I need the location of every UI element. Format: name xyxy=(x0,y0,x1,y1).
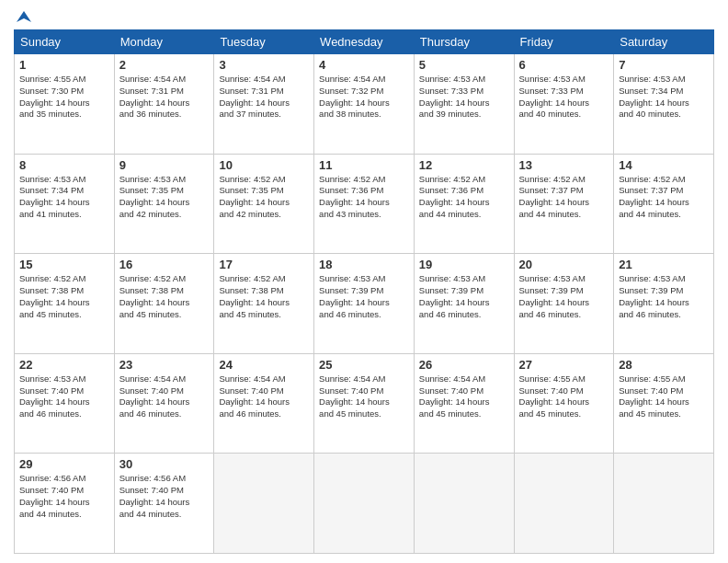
day-info: Sunrise: 4:55 AM Sunset: 7:40 PM Dayligh… xyxy=(519,373,609,420)
day-number: 15 xyxy=(19,258,109,271)
day-number: 12 xyxy=(419,158,509,172)
day-info: Sunrise: 4:55 AM Sunset: 7:40 PM Dayligh… xyxy=(619,373,709,420)
day-number: 1 xyxy=(19,58,109,72)
day-info: Sunrise: 4:53 AM Sunset: 7:39 PM Dayligh… xyxy=(519,273,609,320)
day-number: 27 xyxy=(519,358,609,372)
calendar-week-row: 22Sunrise: 4:53 AM Sunset: 7:40 PM Dayli… xyxy=(15,353,714,454)
table-row: 26Sunrise: 4:54 AM Sunset: 7:40 PM Dayli… xyxy=(414,353,514,454)
table-row: 21Sunrise: 4:53 AM Sunset: 7:39 PM Dayli… xyxy=(614,254,714,354)
day-info: Sunrise: 4:53 AM Sunset: 7:39 PM Dayligh… xyxy=(619,273,709,320)
table-row: 6Sunrise: 4:53 AM Sunset: 7:33 PM Daylig… xyxy=(514,54,614,155)
day-number: 11 xyxy=(319,158,409,172)
day-info: Sunrise: 4:52 AM Sunset: 7:36 PM Dayligh… xyxy=(419,174,509,221)
table-row: 9Sunrise: 4:53 AM Sunset: 7:35 PM Daylig… xyxy=(114,154,214,254)
day-number: 17 xyxy=(219,258,309,271)
day-number: 23 xyxy=(119,358,210,372)
table-row xyxy=(314,454,415,554)
day-info: Sunrise: 4:53 AM Sunset: 7:34 PM Dayligh… xyxy=(19,174,109,221)
calendar-week-row: 29Sunrise: 4:56 AM Sunset: 7:40 PM Dayli… xyxy=(15,454,714,554)
dow-header: Sunday xyxy=(15,30,115,54)
header xyxy=(14,9,714,22)
day-info: Sunrise: 4:53 AM Sunset: 7:34 PM Dayligh… xyxy=(619,74,709,121)
calendar-week-row: 8Sunrise: 4:53 AM Sunset: 7:34 PM Daylig… xyxy=(15,154,714,254)
calendar-week-row: 1Sunrise: 4:55 AM Sunset: 7:30 PM Daylig… xyxy=(15,54,714,155)
calendar: SundayMondayTuesdayWednesdayThursdayFrid… xyxy=(14,29,714,554)
table-row: 25Sunrise: 4:54 AM Sunset: 7:40 PM Dayli… xyxy=(314,353,415,454)
dow-header: Wednesday xyxy=(314,30,415,54)
day-number: 20 xyxy=(519,258,609,271)
day-info: Sunrise: 4:54 AM Sunset: 7:31 PM Dayligh… xyxy=(219,74,309,121)
table-row: 23Sunrise: 4:54 AM Sunset: 7:40 PM Dayli… xyxy=(114,353,214,454)
dow-header: Friday xyxy=(514,30,614,54)
day-info: Sunrise: 4:54 AM Sunset: 7:40 PM Dayligh… xyxy=(419,373,509,420)
day-info: Sunrise: 4:54 AM Sunset: 7:31 PM Dayligh… xyxy=(119,74,210,121)
day-number: 6 xyxy=(519,58,609,72)
logo xyxy=(14,9,32,22)
table-row xyxy=(414,454,514,554)
table-row xyxy=(614,454,714,554)
table-row: 20Sunrise: 4:53 AM Sunset: 7:39 PM Dayli… xyxy=(514,254,614,354)
table-row xyxy=(514,454,614,554)
table-row: 27Sunrise: 4:55 AM Sunset: 7:40 PM Dayli… xyxy=(514,353,614,454)
table-row: 15Sunrise: 4:52 AM Sunset: 7:38 PM Dayli… xyxy=(15,254,115,354)
table-row: 17Sunrise: 4:52 AM Sunset: 7:38 PM Dayli… xyxy=(214,254,314,354)
table-row: 16Sunrise: 4:52 AM Sunset: 7:38 PM Dayli… xyxy=(114,254,214,354)
day-number: 16 xyxy=(119,258,210,271)
day-info: Sunrise: 4:52 AM Sunset: 7:37 PM Dayligh… xyxy=(619,174,709,221)
day-info: Sunrise: 4:52 AM Sunset: 7:38 PM Dayligh… xyxy=(19,273,109,320)
day-info: Sunrise: 4:54 AM Sunset: 7:40 PM Dayligh… xyxy=(319,373,409,420)
day-number: 18 xyxy=(319,258,409,271)
table-row: 11Sunrise: 4:52 AM Sunset: 7:36 PM Dayli… xyxy=(314,154,415,254)
calendar-week-row: 15Sunrise: 4:52 AM Sunset: 7:38 PM Dayli… xyxy=(15,254,714,354)
day-number: 9 xyxy=(119,158,210,172)
table-row: 4Sunrise: 4:54 AM Sunset: 7:32 PM Daylig… xyxy=(314,54,415,155)
logo-icon xyxy=(15,9,31,26)
day-number: 2 xyxy=(119,58,210,72)
table-row: 3Sunrise: 4:54 AM Sunset: 7:31 PM Daylig… xyxy=(214,54,314,155)
day-info: Sunrise: 4:54 AM Sunset: 7:40 PM Dayligh… xyxy=(119,373,210,420)
day-number: 14 xyxy=(619,158,709,172)
day-info: Sunrise: 4:53 AM Sunset: 7:35 PM Dayligh… xyxy=(119,174,210,221)
day-info: Sunrise: 4:54 AM Sunset: 7:40 PM Dayligh… xyxy=(219,373,309,420)
day-number: 28 xyxy=(619,358,709,372)
dow-header: Tuesday xyxy=(214,30,314,54)
table-row: 28Sunrise: 4:55 AM Sunset: 7:40 PM Dayli… xyxy=(614,353,714,454)
day-number: 8 xyxy=(19,158,109,172)
table-row: 14Sunrise: 4:52 AM Sunset: 7:37 PM Dayli… xyxy=(614,154,714,254)
day-number: 7 xyxy=(619,58,709,72)
day-info: Sunrise: 4:52 AM Sunset: 7:37 PM Dayligh… xyxy=(519,174,609,221)
day-number: 22 xyxy=(19,358,109,372)
day-number: 3 xyxy=(219,58,309,72)
table-row xyxy=(214,454,314,554)
dow-header: Saturday xyxy=(614,30,714,54)
table-row: 22Sunrise: 4:53 AM Sunset: 7:40 PM Dayli… xyxy=(15,353,115,454)
day-info: Sunrise: 4:54 AM Sunset: 7:32 PM Dayligh… xyxy=(319,74,409,121)
table-row: 1Sunrise: 4:55 AM Sunset: 7:30 PM Daylig… xyxy=(15,54,115,155)
table-row: 18Sunrise: 4:53 AM Sunset: 7:39 PM Dayli… xyxy=(314,254,415,354)
day-number: 13 xyxy=(519,158,609,172)
dow-header: Monday xyxy=(114,30,214,54)
day-info: Sunrise: 4:52 AM Sunset: 7:36 PM Dayligh… xyxy=(319,174,409,221)
day-number: 10 xyxy=(219,158,309,172)
day-number: 5 xyxy=(419,58,509,72)
table-row: 2Sunrise: 4:54 AM Sunset: 7:31 PM Daylig… xyxy=(114,54,214,155)
table-row: 29Sunrise: 4:56 AM Sunset: 7:40 PM Dayli… xyxy=(15,454,115,554)
table-row: 13Sunrise: 4:52 AM Sunset: 7:37 PM Dayli… xyxy=(514,154,614,254)
table-row: 7Sunrise: 4:53 AM Sunset: 7:34 PM Daylig… xyxy=(614,54,714,155)
day-info: Sunrise: 4:56 AM Sunset: 7:40 PM Dayligh… xyxy=(119,473,210,520)
day-number: 25 xyxy=(319,358,409,372)
day-number: 24 xyxy=(219,358,309,372)
table-row: 19Sunrise: 4:53 AM Sunset: 7:39 PM Dayli… xyxy=(414,254,514,354)
day-number: 26 xyxy=(419,358,509,372)
day-info: Sunrise: 4:52 AM Sunset: 7:38 PM Dayligh… xyxy=(219,273,309,320)
day-info: Sunrise: 4:53 AM Sunset: 7:40 PM Dayligh… xyxy=(19,373,109,420)
day-info: Sunrise: 4:53 AM Sunset: 7:39 PM Dayligh… xyxy=(319,273,409,320)
table-row: 5Sunrise: 4:53 AM Sunset: 7:33 PM Daylig… xyxy=(414,54,514,155)
day-number: 4 xyxy=(319,58,409,72)
day-info: Sunrise: 4:55 AM Sunset: 7:30 PM Dayligh… xyxy=(19,74,109,121)
day-info: Sunrise: 4:52 AM Sunset: 7:38 PM Dayligh… xyxy=(119,273,210,320)
day-number: 30 xyxy=(119,457,210,471)
days-of-week-row: SundayMondayTuesdayWednesdayThursdayFrid… xyxy=(15,30,714,54)
table-row: 8Sunrise: 4:53 AM Sunset: 7:34 PM Daylig… xyxy=(15,154,115,254)
calendar-body: 1Sunrise: 4:55 AM Sunset: 7:30 PM Daylig… xyxy=(15,54,714,554)
